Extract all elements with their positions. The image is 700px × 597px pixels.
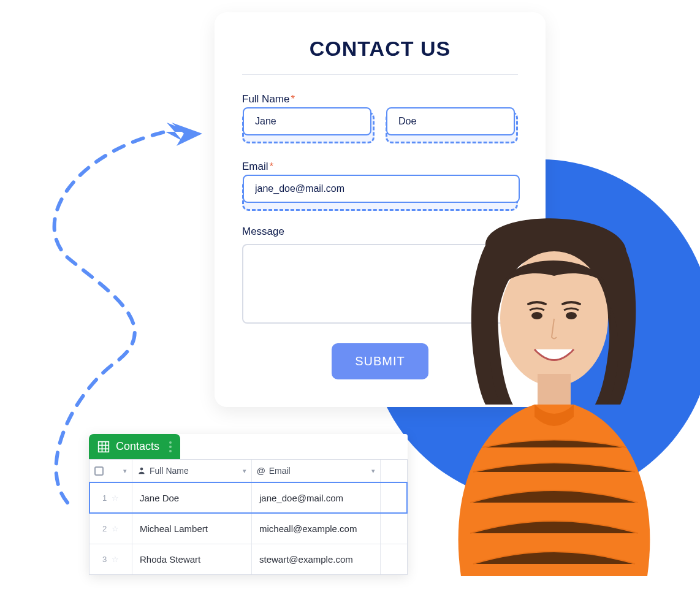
first-name-input[interactable] [243,107,371,135]
checkbox-icon[interactable] [94,466,104,476]
star-icon[interactable]: ☆ [112,524,119,533]
star-icon[interactable]: ☆ [112,493,119,503]
row-index-cell: 3☆ [89,544,132,574]
row-email[interactable]: stewart@example.com [252,544,381,574]
row-full-name[interactable]: Rhoda Stewart [132,544,252,574]
star-icon[interactable]: ☆ [112,555,119,564]
required-indicator: * [270,161,274,172]
sheet-tab[interactable]: Contacts [89,434,180,459]
last-name-input[interactable] [386,107,515,135]
row-email[interactable]: jane_doe@mail.com [252,483,381,513]
row-full-name[interactable]: Jane Doe [132,483,252,513]
chevron-down-icon[interactable]: ▾ [371,467,375,475]
column-header-email[interactable]: @ Email ▾ [252,460,381,482]
email-label: Email* [242,161,518,173]
table-row[interactable]: 3☆Rhoda Stewartstewart@example.com [89,544,407,574]
chevron-down-icon[interactable]: ▾ [243,467,246,475]
row-full-name[interactable]: Micheal Lambert [132,514,252,544]
form-title: CONTACT US [242,37,518,75]
kebab-menu-icon[interactable] [169,441,172,452]
svg-point-6 [140,468,143,471]
svg-rect-9 [538,374,571,405]
column-header-full-name[interactable]: Full Name ▾ [132,460,252,482]
table-row[interactable]: 1☆Jane Doejane_doe@mail.com [89,482,407,513]
row-index-cell: 1☆ [89,483,132,513]
svg-point-10 [531,312,542,319]
svg-rect-1 [99,441,109,452]
person-icon [137,466,146,475]
last-name-highlight [386,112,518,143]
grid-icon [97,441,110,453]
required-indicator: * [291,93,295,105]
contacts-sheet: Contacts ▾ Full Name ▾ @ Email ▾ 1☆Jane … [89,434,408,575]
chevron-down-icon[interactable]: ▾ [123,467,127,475]
at-icon: @ [257,466,265,476]
row-email[interactable]: micheall@example.com [252,514,381,544]
row-index-cell: 2☆ [89,514,132,544]
sheet-header-row: ▾ Full Name ▾ @ Email ▾ [89,459,408,482]
sheet-tab-label: Contacts [116,440,159,453]
full-name-label: Full Name* [242,93,518,105]
svg-point-11 [566,312,577,319]
select-all-cell[interactable]: ▾ [89,460,132,482]
first-name-highlight [242,112,375,143]
table-row[interactable]: 2☆Micheal Lambertmicheall@example.com [89,513,407,544]
person-photo [412,196,694,576]
